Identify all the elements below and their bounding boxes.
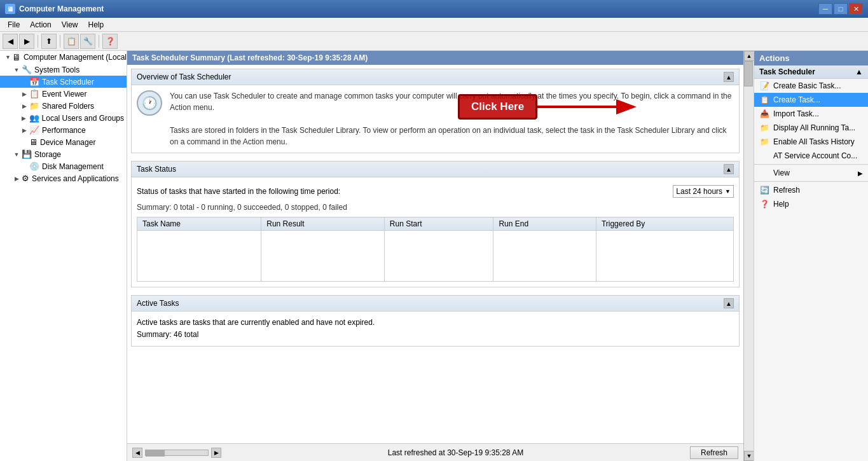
bottom-refresh-button[interactable]: Refresh bbox=[690, 446, 738, 459]
tree-task-scheduler[interactable]: 📅 Task Scheduler bbox=[0, 76, 127, 88]
window-title: Computer Management bbox=[19, 4, 104, 13]
toolbar-separator-1 bbox=[38, 35, 38, 48]
action-view[interactable]: View ▶ bbox=[754, 166, 868, 180]
tree-device-manager[interactable]: 🖥 Device Manager bbox=[0, 136, 127, 148]
overview-body2: Tasks are stored in folders in the Task … bbox=[170, 125, 734, 148]
disk-mgmt-expand bbox=[20, 163, 28, 170]
action-refresh[interactable]: 🔄 Refresh bbox=[754, 183, 868, 197]
task-scheduler-section-title[interactable]: Task Scheduler ▲ bbox=[754, 65, 868, 79]
enable-history-label: Enable All Tasks History bbox=[773, 137, 855, 146]
tree-disk-management[interactable]: 💿 Disk Management bbox=[0, 160, 127, 172]
window-controls: ─ □ ✕ bbox=[818, 3, 863, 15]
device-manager-icon: 🖥 bbox=[29, 137, 38, 147]
right-separator-1 bbox=[754, 164, 868, 165]
action-help[interactable]: ❓ Help bbox=[754, 197, 868, 211]
overview-header[interactable]: Overview of Task Scheduler ▲ bbox=[132, 69, 739, 85]
active-tasks-section: Active Tasks ▲ Active tasks are tasks th… bbox=[131, 295, 740, 347]
actions-header: Actions bbox=[754, 51, 868, 65]
dropdown-arrow-icon: ▼ bbox=[725, 188, 731, 195]
root-expand-icon: ▼ bbox=[5, 53, 11, 61]
maximize-button[interactable]: □ bbox=[834, 3, 848, 15]
system-tools-expand: ▼ bbox=[13, 66, 20, 74]
menu-file[interactable]: File bbox=[3, 19, 25, 31]
scroll-track-v bbox=[744, 61, 754, 451]
local-users-label: Local Users and Groups bbox=[42, 114, 124, 123]
tree-shared-folders[interactable]: ▶ 📁 Shared Folders bbox=[0, 100, 127, 112]
close-button[interactable]: ✕ bbox=[849, 3, 863, 15]
action-enable-history[interactable]: 📁 Enable All Tasks History bbox=[754, 135, 868, 149]
toolbar-up[interactable]: ⬆ bbox=[41, 34, 57, 49]
task-status-collapse-btn[interactable]: ▲ bbox=[724, 164, 734, 174]
view-label: View bbox=[773, 169, 790, 177]
tree-storage[interactable]: ▼ 💾 Storage bbox=[0, 148, 127, 160]
tree-performance[interactable]: ▶ 📈 Performance bbox=[0, 124, 127, 136]
center-vertical-scrollbar: ▲ ▼ bbox=[743, 51, 754, 461]
scroll-down-arrow[interactable]: ▼ bbox=[744, 451, 754, 461]
minimize-button[interactable]: ─ bbox=[818, 3, 832, 15]
app-window: 🖥 Computer Management ─ □ ✕ File Action … bbox=[0, 0, 868, 461]
toolbar-forward[interactable]: ▶ bbox=[19, 34, 34, 49]
active-tasks-title: Active Tasks bbox=[137, 299, 179, 308]
toolbar-help[interactable]: ❓ bbox=[102, 34, 118, 49]
task-status-header[interactable]: Task Status ▲ bbox=[132, 162, 739, 177]
task-summary-text: Summary: 0 total - 0 running, 0 succeede… bbox=[137, 203, 734, 217]
active-tasks-desc: Active tasks are tasks that are currentl… bbox=[137, 317, 734, 329]
overview-body1: You can use Task Scheduler to create and… bbox=[170, 90, 734, 113]
overview-collapse-btn[interactable]: ▲ bbox=[724, 72, 734, 82]
tree-root[interactable]: ▼ 🖥 Computer Management (Local bbox=[0, 51, 127, 64]
create-task-icon: 📋 bbox=[759, 95, 769, 105]
tree-services-apps[interactable]: ▶ ⚙ Services and Applications bbox=[0, 172, 127, 184]
tree-local-users[interactable]: ▶ 👥 Local Users and Groups bbox=[0, 112, 127, 124]
right-separator-2 bbox=[754, 181, 868, 182]
scroll-right-btn[interactable]: ▶ bbox=[211, 448, 221, 458]
toolbar-back[interactable]: ◀ bbox=[3, 34, 18, 49]
create-basic-icon: 📝 bbox=[759, 81, 769, 91]
shared-folders-icon: 📁 bbox=[29, 101, 39, 111]
time-period-dropdown[interactable]: Last 24 hours ▼ bbox=[673, 185, 734, 198]
performance-label: Performance bbox=[42, 126, 86, 135]
menu-help[interactable]: Help bbox=[83, 19, 109, 31]
storage-icon: 💾 bbox=[22, 149, 32, 159]
col-run-result: Run Result bbox=[261, 217, 385, 231]
task-scheduler-icon: 📅 bbox=[29, 77, 39, 86]
task-status-section: Task Status ▲ Status of tasks that have … bbox=[131, 161, 740, 287]
tree-event-viewer[interactable]: ▶ 📋 Event Viewer bbox=[0, 88, 127, 100]
task-scheduler-label: Task Scheduler bbox=[42, 78, 94, 86]
menu-view[interactable]: View bbox=[57, 19, 83, 31]
shared-folders-expand: ▶ bbox=[20, 102, 28, 110]
tree-system-tools[interactable]: ▼ 🔧 System Tools bbox=[0, 64, 127, 76]
app-icon: 🖥 bbox=[5, 4, 15, 14]
toolbar-properties[interactable]: 🔧 bbox=[80, 34, 95, 49]
status-period-label: Status of tasks that have started in the… bbox=[137, 187, 340, 196]
shared-folders-label: Shared Folders bbox=[42, 102, 94, 111]
storage-expand: ▼ bbox=[13, 151, 20, 158]
toolbar-show-hide[interactable]: 📋 bbox=[64, 34, 79, 49]
scroll-up-arrow[interactable]: ▲ bbox=[744, 51, 754, 61]
scroll-left-btn[interactable]: ◀ bbox=[132, 448, 142, 458]
action-display-running[interactable]: 📁 Display All Running Ta... bbox=[754, 121, 868, 135]
import-task-icon: 📥 bbox=[759, 109, 769, 119]
services-label: Services and Applications bbox=[32, 174, 119, 183]
clock-icon: 🕐 bbox=[137, 90, 162, 116]
active-tasks-content: Active tasks are tasks that are currentl… bbox=[132, 312, 739, 346]
action-import-task[interactable]: 📥 Import Task... bbox=[754, 107, 868, 121]
active-tasks-header[interactable]: Active Tasks ▲ bbox=[132, 296, 739, 312]
toolbar-separator-3 bbox=[99, 35, 99, 48]
center-area: Task Scheduler Summary (Last refreshed: … bbox=[127, 51, 754, 461]
status-controls: Status of tasks that have started in the… bbox=[137, 182, 734, 203]
last-refreshed-text: Last refreshed at 30-Sep-19 9:35:28 AM bbox=[388, 448, 523, 457]
disk-mgmt-icon: 💿 bbox=[29, 162, 39, 171]
help-icon: ❓ bbox=[759, 199, 769, 209]
section-collapse-icon: ▲ bbox=[855, 67, 863, 76]
menu-action[interactable]: Action bbox=[25, 19, 56, 31]
col-task-name: Task Name bbox=[137, 217, 261, 231]
active-tasks-collapse-btn[interactable]: ▲ bbox=[724, 298, 734, 308]
refresh-label: Refresh bbox=[773, 186, 800, 195]
display-running-label: Display All Running Ta... bbox=[773, 123, 855, 132]
action-create-task[interactable]: 📋 Create Task... bbox=[754, 93, 868, 107]
import-task-label: Import Task... bbox=[773, 109, 819, 118]
overview-text: You can use Task Scheduler to create and… bbox=[170, 90, 734, 148]
action-create-basic[interactable]: 📝 Create Basic Task... bbox=[754, 79, 868, 93]
at-service-icon bbox=[759, 151, 769, 161]
action-at-service[interactable]: AT Service Account Co... bbox=[754, 149, 868, 163]
